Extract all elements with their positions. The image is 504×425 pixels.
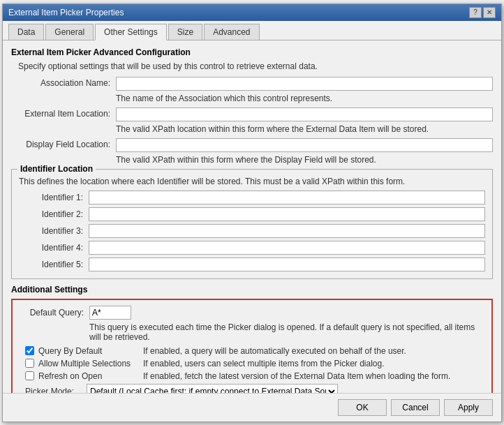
section1-title: External Item Picker Advanced Configurat… (11, 47, 493, 57)
tab-advanced[interactable]: Advanced (204, 24, 259, 40)
identifier4-row: Identifier 4: (19, 241, 485, 255)
title-bar-controls: ? ✕ (469, 7, 496, 18)
refresh-on-open-row: Refresh on Open If enabled, fetch the la… (20, 371, 484, 381)
query-by-default-label: Query By Default (38, 346, 143, 356)
identifier-location-title: Identifier Location (17, 164, 96, 174)
identifier3-label: Identifier 3: (19, 226, 89, 236)
external-item-location-content: The valid XPath location within this for… (116, 107, 493, 134)
query-by-default-desc: If enabled, a query will be automaticall… (143, 346, 484, 356)
identifier1-row: Identifier 1: (19, 191, 485, 204)
default-query-desc: This query is executed each time the Pic… (20, 322, 484, 342)
default-query-row: Default Query: (20, 306, 484, 320)
display-field-location-content: The valid XPath within this form where t… (116, 138, 493, 165)
default-query-label: Default Query: (20, 308, 89, 318)
identifier5-row: Identifier 5: (19, 258, 485, 271)
tab-general[interactable]: General (45, 24, 94, 40)
external-item-location-input[interactable] (116, 107, 493, 121)
help-button[interactable]: ? (469, 7, 482, 18)
content-area: External Item Picker Advanced Configurat… (3, 40, 501, 393)
default-query-input[interactable] (89, 306, 131, 320)
tabs: Data General Other Settings Size Advance… (3, 21, 501, 40)
ok-button[interactable]: OK (338, 399, 387, 416)
identifier5-label: Identifier 5: (19, 260, 89, 269)
title-bar: External Item Picker Properties ? ✕ (3, 4, 501, 21)
dialog-title: External Item Picker Properties (8, 8, 124, 17)
identifier1-input[interactable] (89, 191, 485, 204)
display-field-location-label: Display Field Location: (18, 138, 116, 149)
display-field-location-input[interactable] (116, 138, 493, 152)
identifier3-row: Identifier 3: (19, 224, 485, 238)
footer: OK Cancel Apply (3, 393, 501, 422)
cancel-button[interactable]: Cancel (391, 399, 440, 416)
picker-mode-select[interactable]: Default (Local Cache first; if empty con… (87, 384, 338, 393)
section1-desc: Specify optional settings that will be u… (18, 61, 493, 71)
picker-mode-label: Picker Mode: (25, 387, 87, 393)
query-by-default-row: Query By Default If enabled, a query wil… (20, 346, 484, 356)
display-field-location-row: Display Field Location: The valid XPath … (18, 138, 493, 165)
apply-button[interactable]: Apply (444, 399, 493, 416)
identifier2-label: Identifier 2: (19, 209, 89, 219)
identifier4-label: Identifier 4: (19, 243, 89, 253)
identifier2-input[interactable] (89, 207, 485, 221)
identifier1-label: Identifier 1: (19, 193, 89, 202)
identifier-location-desc: This defines the location where each Ide… (19, 177, 485, 186)
allow-multiple-selections-checkbox[interactable] (25, 359, 34, 368)
tab-other-settings[interactable]: Other Settings (95, 24, 167, 40)
refresh-on-open-checkbox[interactable] (25, 371, 34, 380)
additional-settings-box: Default Query: This query is executed ea… (11, 299, 493, 393)
association-name-content: The name of the Association which this c… (116, 77, 493, 103)
identifier3-input[interactable] (89, 224, 485, 238)
allow-multiple-selections-label: Allow Multiple Selections (38, 359, 143, 368)
association-name-input[interactable] (116, 77, 493, 91)
association-name-desc: The name of the Association which this c… (116, 92, 493, 103)
tab-data[interactable]: Data (8, 24, 44, 40)
external-item-location-row: External Item Location: The valid XPath … (18, 107, 493, 134)
external-item-location-label: External Item Location: (18, 107, 116, 119)
close-button[interactable]: ✕ (483, 7, 496, 18)
allow-multiple-selections-row: Allow Multiple Selections If enabled, us… (20, 359, 484, 368)
display-field-location-desc: The valid XPath within this form where t… (116, 154, 493, 165)
identifier4-input[interactable] (89, 241, 485, 255)
association-name-row: Association Name: The name of the Associ… (18, 77, 493, 103)
query-by-default-checkbox[interactable] (25, 346, 34, 355)
refresh-on-open-desc: If enabled, fetch the latest version of … (143, 371, 484, 381)
picker-mode-row: Picker Mode: Default (Local Cache first;… (20, 384, 484, 393)
identifier5-input[interactable] (89, 258, 485, 271)
tab-size[interactable]: Size (168, 24, 202, 40)
identifier-location-group: Identifier Location This defines the loc… (11, 169, 493, 279)
identifier2-row: Identifier 2: (19, 207, 485, 221)
allow-multiple-selections-desc: If enabled, users can select multiple it… (143, 359, 484, 368)
dialog: External Item Picker Properties ? ✕ Data… (2, 3, 502, 422)
refresh-on-open-label: Refresh on Open (38, 371, 143, 381)
association-name-label: Association Name: (18, 77, 116, 88)
additional-settings-title: Additional Settings (11, 285, 493, 294)
external-item-location-desc: The valid XPath location within this for… (116, 123, 493, 134)
